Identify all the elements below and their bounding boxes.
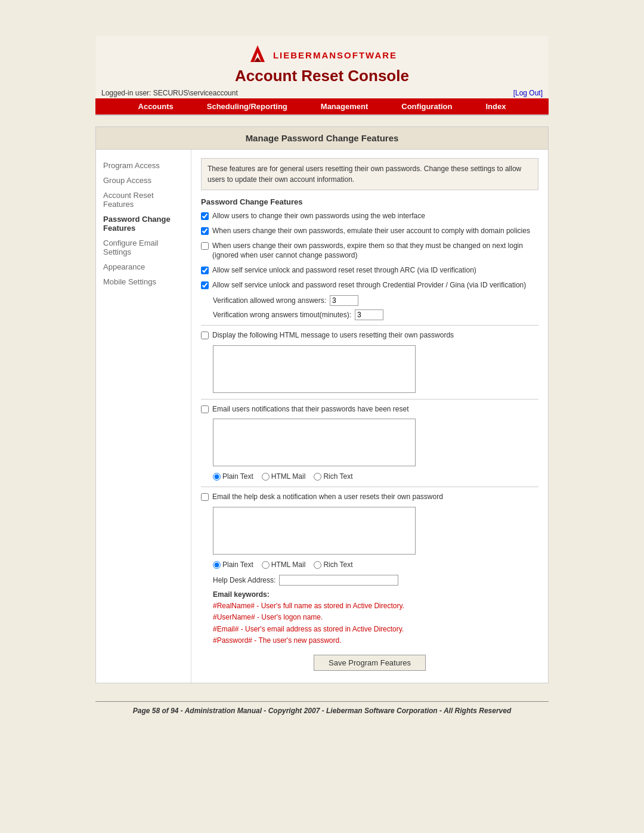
radio-plain-text-1-label[interactable]: Plain Text <box>213 472 253 481</box>
intro-text: These features are for general users res… <box>208 165 521 184</box>
timeout-label: Verification wrong answers timout(minute… <box>213 311 351 319</box>
sidebar-item-group-access[interactable]: Group Access <box>102 173 185 188</box>
email-notification-row: Email users notifications that their pas… <box>201 404 538 414</box>
email-format1-row: Plain Text HTML Mail Rich Text <box>213 472 538 481</box>
wrong-answers-label: Verification allowed wrong answers: <box>213 296 326 305</box>
checkbox-helpdesk-notification-label: Email the help desk a notification when … <box>212 492 443 502</box>
radio-html-mail-2-label[interactable]: HTML Mail <box>262 561 306 569</box>
helpdesk-address-row: Help Desk Address: <box>213 575 538 586</box>
page-title: Manage Password Change Features <box>96 133 548 143</box>
save-program-features-button[interactable]: Save Program Features <box>314 655 426 671</box>
checkbox-allow-change[interactable] <box>201 212 209 220</box>
checkbox-email-notification-label: Email users notifications that their pas… <box>212 404 409 414</box>
nav-management[interactable]: Management <box>304 98 385 114</box>
sidebar: Program Access Group Access Account Rese… <box>96 150 191 683</box>
radio-html-mail-2[interactable] <box>262 561 270 569</box>
radio-rich-text-1-label[interactable]: Rich Text <box>314 472 352 481</box>
nav-bar: Accounts Scheduling/Reporting Management… <box>95 98 549 114</box>
checkbox-expire-password-label: When users change their own passwords, e… <box>212 241 538 261</box>
logo-area: LIEBERMANSOFTWARE <box>247 44 397 66</box>
checkbox-email-notification[interactable] <box>201 405 209 413</box>
radio-rich-text-1-text: Rich Text <box>323 472 352 481</box>
checkbox-row-1: Allow users to change their own password… <box>201 211 538 221</box>
logo-icon <box>247 44 268 66</box>
checkbox-row-5: Allow self service unlock and password r… <box>201 280 538 290</box>
radio-rich-text-2-text: Rich Text <box>323 561 352 569</box>
nav-scheduling[interactable]: Scheduling/Reporting <box>190 98 304 114</box>
save-btn-row: Save Program Features <box>201 655 538 671</box>
radio-plain-text-1-text: Plain Text <box>222 472 253 481</box>
timeout-input[interactable] <box>355 309 383 320</box>
radio-html-mail-1[interactable] <box>262 473 270 481</box>
radio-rich-text-1[interactable] <box>314 473 321 481</box>
footer-text: Page 58 of 94 - Administration Manual - … <box>133 707 512 715</box>
radio-plain-text-2-label[interactable]: Plain Text <box>213 561 253 569</box>
nav-configuration[interactable]: Configuration <box>385 98 469 114</box>
logo-text: LIEBERMANSOFTWARE <box>273 50 397 60</box>
keywords-title: Email keywords: <box>213 590 538 599</box>
wrong-answers-input[interactable] <box>330 295 358 306</box>
radio-plain-text-2-text: Plain Text <box>222 561 253 569</box>
footer: Page 58 of 94 - Administration Manual - … <box>95 701 549 715</box>
checkbox-html-message-label: Display the following HTML message to us… <box>212 330 454 340</box>
checkbox-allow-change-label: Allow users to change their own password… <box>212 211 425 221</box>
radio-plain-text-2[interactable] <box>213 561 221 569</box>
email-format2-row: Plain Text HTML Mail Rich Text <box>213 561 538 569</box>
timeout-row: Verification wrong answers timout(minute… <box>213 309 538 320</box>
checkbox-row-2: When users change their own passwords, e… <box>201 226 538 236</box>
radio-plain-text-1[interactable] <box>213 473 221 481</box>
logged-in-user: Logged-in user: SECURUS\serviceaccount <box>101 89 238 97</box>
keywords-block: Email keywords: #RealName# - User's full… <box>213 590 538 646</box>
sidebar-item-appearance[interactable]: Appearance <box>102 259 185 274</box>
checkbox-gina-reset-label: Allow self service unlock and password r… <box>212 280 526 290</box>
user-bar: Logged-in user: SECURUS\serviceaccount [… <box>95 88 549 98</box>
main-content: Manage Password Change Features Program … <box>95 126 549 683</box>
checkbox-row-3: When users change their own passwords, e… <box>201 241 538 261</box>
sidebar-item-account-reset[interactable]: Account Reset Features <box>102 188 185 212</box>
nav-accounts[interactable]: Accounts <box>122 98 190 114</box>
section-title: Password Change Features <box>201 197 538 206</box>
keyword-line-2: #UserName# - User's logon name. <box>213 612 538 623</box>
radio-rich-text-2-label[interactable]: Rich Text <box>314 561 352 569</box>
checkbox-row-4: Allow self service unlock and password r… <box>201 265 538 275</box>
checkbox-html-message[interactable] <box>201 332 209 339</box>
logout-link[interactable]: [Log Out] <box>513 89 543 97</box>
helpdesk-textarea[interactable] <box>213 507 416 555</box>
sidebar-item-password-change[interactable]: Password Change Features <box>102 212 185 236</box>
helpdesk-address-input[interactable] <box>279 575 398 586</box>
html-message-textarea[interactable] <box>213 345 416 393</box>
app-title: Account Reset Console <box>235 67 409 85</box>
helpdesk-address-label: Help Desk Address: <box>213 576 275 584</box>
keyword-line-4: #Password# - The user's new password. <box>213 635 538 646</box>
sidebar-item-program-access[interactable]: Program Access <box>102 158 185 173</box>
right-panel: These features are for general users res… <box>191 150 548 683</box>
html-message-row: Display the following HTML message to us… <box>201 330 538 340</box>
intro-box: These features are for general users res… <box>201 158 538 190</box>
sidebar-item-email-settings[interactable]: Configure Email Settings <box>102 236 185 259</box>
keyword-line-3: #Email# - User's email address as stored… <box>213 624 538 635</box>
keyword-line-1: #RealName# - User's full name as stored … <box>213 600 538 612</box>
radio-rich-text-2[interactable] <box>314 561 321 569</box>
checkbox-emulate-account[interactable] <box>201 227 209 235</box>
checkbox-expire-password[interactable] <box>201 242 209 250</box>
helpdesk-notification-row: Email the help desk a notification when … <box>201 492 538 502</box>
email-notification-textarea[interactable] <box>213 419 416 466</box>
checkbox-gina-reset[interactable] <box>201 281 209 289</box>
checkbox-helpdesk-notification[interactable] <box>201 493 209 501</box>
checkbox-arc-reset[interactable] <box>201 267 209 274</box>
radio-html-mail-2-text: HTML Mail <box>271 561 306 569</box>
sidebar-item-mobile[interactable]: Mobile Settings <box>102 274 185 289</box>
checkbox-emulate-account-label: When users change their own passwords, e… <box>212 226 530 236</box>
radio-html-mail-1-text: HTML Mail <box>271 472 306 481</box>
radio-html-mail-1-label[interactable]: HTML Mail <box>262 472 306 481</box>
wrong-answers-row: Verification allowed wrong answers: <box>213 295 538 306</box>
content-header: Manage Password Change Features <box>96 127 548 150</box>
nav-index[interactable]: Index <box>469 98 523 114</box>
checkbox-arc-reset-label: Allow self service unlock and password r… <box>212 265 476 275</box>
